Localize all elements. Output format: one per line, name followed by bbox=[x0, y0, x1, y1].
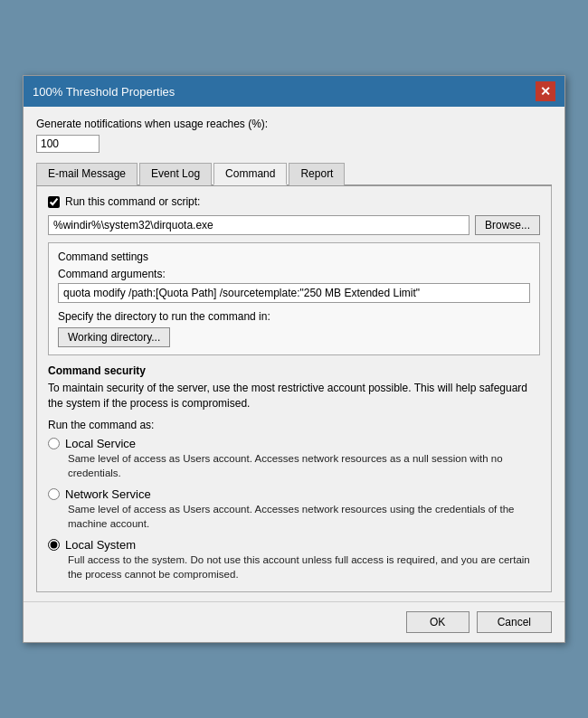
tab-report[interactable]: Report bbox=[289, 163, 345, 185]
radio-local-service-desc: Same level of access as Users account. A… bbox=[68, 451, 540, 480]
tab-command[interactable]: Command bbox=[213, 163, 287, 185]
radio-item-local-system: Local System Full access to the system. … bbox=[48, 538, 540, 581]
notification-label: Generate notifications when usage reache… bbox=[36, 118, 552, 130]
close-button[interactable]: ✕ bbox=[536, 81, 555, 101]
browse-button[interactable]: Browse... bbox=[475, 215, 540, 235]
dialog-body: Generate notifications when usage reache… bbox=[24, 107, 564, 600]
radio-network-service-label: Network Service bbox=[65, 487, 151, 501]
radio-network-service-desc: Same level of access as Users account. A… bbox=[68, 502, 540, 531]
radio-row-local-system: Local System bbox=[48, 538, 540, 552]
run-script-checkbox-row: Run this command or script: bbox=[48, 195, 540, 208]
tab-email[interactable]: E-mail Message bbox=[36, 163, 138, 185]
radio-item-network-service: Network Service Same level of access as … bbox=[48, 487, 540, 531]
args-input[interactable] bbox=[58, 283, 530, 303]
notification-input[interactable] bbox=[36, 135, 100, 153]
dialog-title: 100% Threshold Properties bbox=[33, 85, 175, 99]
tab-bar: E-mail Message Event Log Command Report bbox=[36, 162, 552, 186]
ok-button[interactable]: OK bbox=[406, 611, 469, 633]
tab-content-command: Run this command or script: Browse... Co… bbox=[36, 186, 552, 591]
run-as-label: Run the command as: bbox=[48, 419, 540, 431]
radio-local-service[interactable] bbox=[48, 438, 60, 449]
radio-item-local-service: Local Service Same level of access as Us… bbox=[48, 437, 540, 480]
cancel-button[interactable]: Cancel bbox=[477, 611, 552, 633]
command-settings-box: Command settings Command arguments: Spec… bbox=[48, 242, 540, 355]
radio-local-system[interactable] bbox=[48, 539, 60, 551]
radio-row-network-service: Network Service bbox=[48, 487, 540, 501]
radio-local-system-label: Local System bbox=[65, 538, 136, 552]
dialog-window: 100% Threshold Properties ✕ Generate not… bbox=[23, 75, 565, 642]
security-title: Command security bbox=[48, 364, 540, 377]
security-desc: To maintain security of the server, use … bbox=[48, 381, 540, 411]
dir-spec-label: Specify the directory to run the command… bbox=[58, 310, 530, 323]
radio-local-service-label: Local Service bbox=[65, 437, 136, 450]
run-script-checkbox[interactable] bbox=[48, 196, 60, 208]
radio-network-service[interactable] bbox=[48, 488, 60, 500]
settings-title: Command settings bbox=[58, 250, 530, 263]
radio-row-local-service: Local Service bbox=[48, 437, 540, 450]
command-row: Browse... bbox=[48, 215, 540, 235]
radio-local-system-desc: Full access to the system. Do not use th… bbox=[68, 553, 540, 581]
dialog-footer: OK Cancel bbox=[24, 601, 564, 642]
run-script-label: Run this command or script: bbox=[65, 195, 200, 208]
security-section: Command security To maintain security of… bbox=[48, 364, 540, 581]
working-dir-button[interactable]: Working directory... bbox=[58, 327, 170, 347]
title-bar: 100% Threshold Properties ✕ bbox=[24, 76, 564, 107]
command-input[interactable] bbox=[48, 215, 469, 235]
radio-group: Local Service Same level of access as Us… bbox=[48, 437, 540, 582]
tab-eventlog[interactable]: Event Log bbox=[139, 163, 212, 185]
args-label: Command arguments: bbox=[58, 268, 530, 280]
